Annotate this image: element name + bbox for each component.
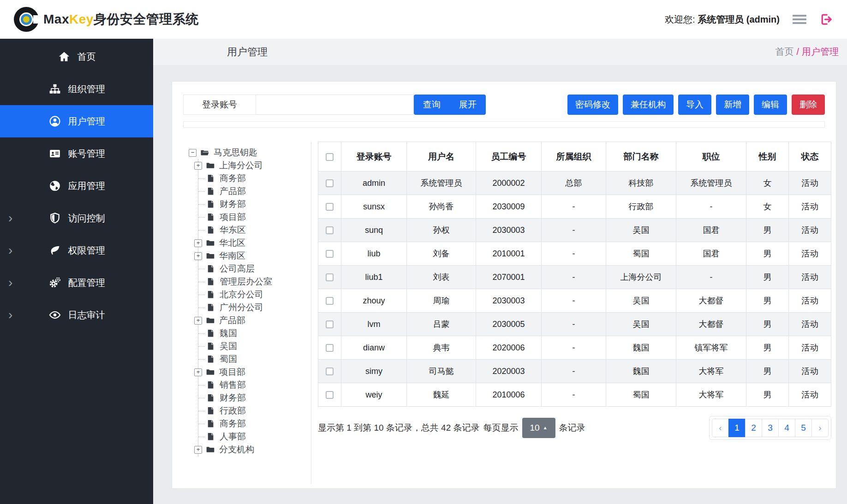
sidebar-item-user[interactable]: 用户管理	[0, 105, 153, 137]
table-row[interactable]: zhouy周瑜2030003-吴国大都督男活动	[318, 289, 831, 313]
column-header: 登录账号	[341, 142, 407, 172]
password-change-button[interactable]: 密码修改	[567, 95, 618, 115]
chevron-right-icon: ›	[8, 244, 12, 257]
page-1-button[interactable]: 1	[728, 419, 746, 437]
row-checkbox[interactable]	[326, 368, 334, 375]
tree-node[interactable]: 财务部	[198, 391, 309, 404]
tree-node[interactable]: +项目部	[198, 366, 309, 379]
table-cell: 2010001	[476, 242, 542, 266]
sidebar-item-home[interactable]: 首页	[0, 41, 153, 73]
per-page-prefix: 每页显示	[483, 422, 519, 434]
table-row[interactable]: lvm吕蒙2030005-吴国大都督男活动	[318, 313, 831, 336]
tree-node[interactable]: +上海分公司	[198, 159, 309, 172]
maxkey-logo-icon	[14, 7, 39, 32]
tree-node[interactable]: +华南区	[198, 249, 309, 262]
breadcrumb-home[interactable]: 首页	[775, 47, 793, 57]
row-checkbox[interactable]	[326, 226, 334, 234]
tree-node[interactable]: +华北区	[198, 237, 309, 249]
tree-node[interactable]: 财务部	[198, 198, 309, 211]
tree-node[interactable]: 产品部	[198, 185, 309, 198]
tree-node[interactable]: 吴国	[198, 340, 309, 353]
collapse-toggle-icon[interactable]: −	[189, 149, 197, 157]
sidebar-item-org[interactable]: 组织管理	[0, 73, 153, 105]
row-checkbox[interactable]	[326, 179, 334, 187]
table-cell: 司马懿	[407, 360, 476, 383]
table-row[interactable]: simy司马懿2020003-魏国大将军男活动	[318, 360, 831, 383]
row-checkbox[interactable]	[326, 344, 334, 352]
page-size-select[interactable]: 10▲	[522, 418, 555, 438]
table-row[interactable]: sunq孙权2030003-吴国国君男活动	[318, 219, 831, 242]
row-checkbox[interactable]	[326, 250, 334, 258]
file-icon	[206, 277, 216, 287]
sidebar-item-app[interactable]: 应用管理	[0, 170, 153, 202]
sidebar-item-perm[interactable]: ›权限管理	[0, 234, 153, 267]
tree-node[interactable]: 北京分公司	[198, 288, 309, 301]
table-cell: 活动	[789, 383, 831, 407]
edit-button[interactable]: 编辑	[754, 95, 787, 115]
table-row[interactable]: weiy魏延2010006-蜀国大将军男活动	[318, 383, 831, 407]
table-row[interactable]: sunsx孙尚香2030009-行政部-女活动	[318, 195, 831, 219]
menu-icon[interactable]	[793, 13, 806, 26]
tree-node[interactable]: 蜀国	[198, 353, 309, 366]
tree-node[interactable]: +产品部	[198, 314, 309, 327]
sidebar-item-audit[interactable]: ›日志审计	[0, 299, 153, 331]
table-row[interactable]: dianw典韦2020006-魏国镇军将军男活动	[318, 336, 831, 360]
page-3-button[interactable]: 3	[762, 419, 779, 437]
page-2-button[interactable]: 2	[745, 419, 762, 437]
row-checkbox[interactable]	[326, 297, 334, 305]
login-account-input[interactable]	[256, 95, 414, 115]
sidebar-item-account[interactable]: 账号管理	[0, 137, 153, 170]
row-checkbox[interactable]	[326, 320, 334, 328]
expand-toggle-icon[interactable]: +	[194, 368, 202, 376]
concurrent-org-button[interactable]: 兼任机构	[623, 95, 674, 115]
table-row[interactable]: admin系统管理员2000002总部科技部系统管理员女活动	[318, 172, 831, 195]
table-cell: 活动	[789, 219, 831, 242]
expand-toggle-icon[interactable]: +	[194, 162, 202, 170]
expand-toggle-icon[interactable]: +	[194, 317, 202, 325]
column-header: 所属组织	[542, 142, 606, 172]
row-checkbox[interactable]	[326, 273, 334, 281]
sidebar-item-config[interactable]: ›配置管理	[0, 267, 153, 299]
brand-logo[interactable]: MaxKey身份安全管理系统	[14, 7, 199, 32]
tree-node[interactable]: 公司高层	[198, 262, 309, 275]
table-cell: 活动	[789, 289, 831, 313]
folder-icon	[205, 367, 215, 377]
add-button[interactable]: 新增	[716, 95, 749, 115]
file-icon	[206, 290, 216, 300]
page-next-button[interactable]: ›	[811, 419, 829, 437]
expand-toggle-icon[interactable]: +	[194, 252, 202, 260]
tree-node[interactable]: 商务部	[198, 172, 309, 185]
tree-node[interactable]: +分支机构	[198, 443, 309, 456]
tree-node[interactable]: 人事部	[198, 430, 309, 443]
tree-node[interactable]: 华东区	[198, 224, 309, 237]
tree-node[interactable]: 销售部	[198, 379, 309, 391]
delete-button[interactable]: 删除	[792, 95, 825, 115]
tree-node[interactable]: 魏国	[198, 327, 309, 340]
row-checkbox[interactable]	[326, 203, 334, 211]
row-checkbox[interactable]	[326, 391, 334, 399]
tree-node[interactable]: 商务部	[198, 417, 309, 430]
table-cell: 国君	[676, 219, 746, 242]
table-row[interactable]: liub刘备2010001-蜀国国君男活动	[318, 242, 831, 266]
tree-node[interactable]: 项目部	[198, 211, 309, 224]
select-all-checkbox[interactable]	[326, 153, 334, 161]
tree-node[interactable]: 广州分公司	[198, 301, 309, 314]
page-4-button[interactable]: 4	[778, 419, 795, 437]
eye-icon	[48, 308, 61, 321]
import-button[interactable]: 导入	[678, 95, 711, 115]
sidebar-item-access[interactable]: ›访问控制	[0, 202, 153, 234]
logout-icon[interactable]	[819, 12, 833, 26]
expand-toggle-icon[interactable]: +	[194, 446, 202, 454]
tree-node[interactable]: −马克思钥匙	[189, 146, 309, 159]
table-cell: 2030003	[476, 219, 542, 242]
brand-title: MaxKey身份安全管理系统	[43, 11, 199, 28]
query-button[interactable]: 查询	[414, 95, 450, 115]
column-header: 职位	[676, 142, 746, 172]
expand-toggle-icon[interactable]: +	[194, 239, 202, 247]
tree-node[interactable]: 行政部	[198, 404, 309, 417]
tree-node[interactable]: 管理层办公室	[198, 275, 309, 288]
expand-button[interactable]: 展开	[450, 95, 486, 115]
table-row[interactable]: liub1刘表2070001-上海分公司-男活动	[318, 266, 831, 289]
page-5-button[interactable]: 5	[795, 419, 812, 437]
page-prev-button[interactable]: ‹	[712, 419, 729, 437]
